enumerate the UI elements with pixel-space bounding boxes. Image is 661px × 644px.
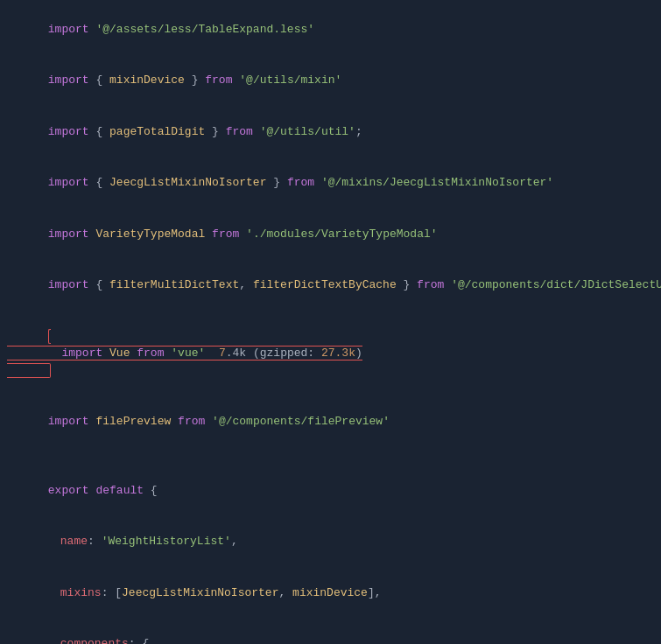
- code-line-2: import { mixinDevice } from '@/utils/mix…: [0, 55, 661, 107]
- code-line-12: mixins: [JeecgListMixinNoIsorter, mixinD…: [0, 567, 661, 619]
- code-editor: import '@/assets/less/TableExpand.less' …: [0, 0, 661, 644]
- code-line-10: export default {: [0, 465, 661, 516]
- code-line-7: import Vue from 'vue' 7.4k (gzipped: 27.…: [0, 311, 661, 396]
- code-line-1: import '@/assets/less/TableExpand.less': [0, 4, 661, 55]
- code-line-8: import filePreview from '@/components/fi…: [0, 396, 661, 448]
- code-line-6: import { filterMultiDictText, filterDict…: [0, 260, 661, 312]
- code-line-13: components: {: [0, 619, 661, 645]
- code-line-9: [0, 447, 661, 465]
- code-line-11: name: 'WeightHistoryList',: [0, 516, 661, 568]
- code-line-5: import VarietyTypeModal from './modules/…: [0, 208, 661, 260]
- vue-import-highlight: import Vue from 'vue' 7.4k (gzipped: 27.…: [7, 329, 362, 378]
- code-line-3: import { pageTotalDigit } from '@/utils/…: [0, 106, 661, 158]
- code-line-4: import { JeecgListMixinNoIsorter } from …: [0, 158, 661, 209]
